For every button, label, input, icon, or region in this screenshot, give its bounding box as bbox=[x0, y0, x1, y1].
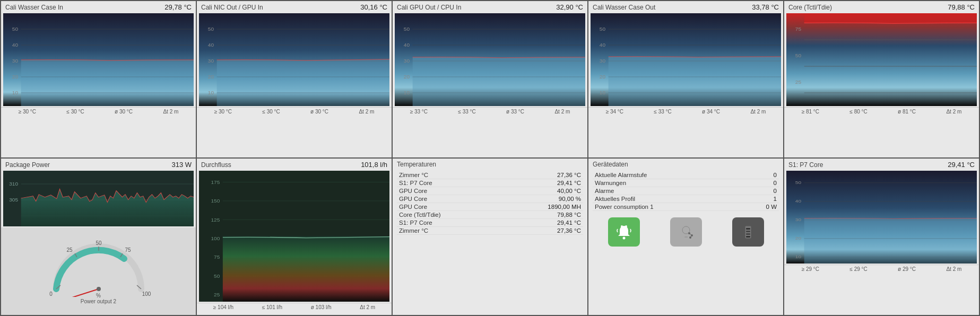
footer-delta: Δt 2 m bbox=[946, 109, 961, 115]
footer-avg: ø 81 °C bbox=[898, 109, 916, 115]
panel-package-power: Package Power 313 W 310 305 bbox=[1, 159, 196, 315]
chart-footer: ≥ 104 l/h ≤ 101 l/h ø 103 l/h Δt 2 m bbox=[197, 303, 392, 311]
temp-value: 40,00 °C bbox=[499, 187, 583, 195]
temp-label: Zimmer °C bbox=[397, 171, 499, 179]
svg-text:50: 50 bbox=[208, 27, 214, 32]
svg-rect-100 bbox=[746, 228, 750, 230]
temp-label: Zimmer °C bbox=[397, 227, 499, 235]
svg-line-97 bbox=[689, 233, 692, 235]
footer-min: ≥ 30 °C bbox=[214, 109, 232, 115]
svg-text:305: 305 bbox=[9, 197, 18, 203]
svg-text:20: 20 bbox=[404, 74, 410, 80]
chart-area: 50 40 30 20 10 bbox=[3, 13, 194, 106]
temp-row: Zimmer °C27,36 °C bbox=[397, 171, 583, 179]
geraete-label: Power consumption 1 bbox=[593, 203, 743, 211]
alarm-button[interactable] bbox=[608, 217, 640, 247]
temp-value: 79,88 °C bbox=[499, 211, 583, 219]
footer-min: ≥ 104 l/h bbox=[213, 304, 233, 310]
geraete-label: Aktuelles Profil bbox=[593, 195, 743, 203]
package-power-section: Package Power 313 W 310 305 bbox=[1, 159, 196, 227]
geraete-row: Alarme0 bbox=[593, 187, 779, 195]
temp-label: GPU Core bbox=[397, 195, 499, 203]
svg-point-86 bbox=[621, 225, 623, 227]
panel-temperaturen: Temperaturen Zimmer °C27,36 °CS1: P7 Cor… bbox=[393, 159, 587, 315]
panel-core-tctl: Core (Tctl/Tdie) 79,88 °C bbox=[784, 1, 979, 157]
svg-text:50: 50 bbox=[404, 27, 410, 32]
temp-value: 27,36 °C bbox=[499, 171, 583, 179]
temp-chart-svg: 50 40 30 20 10 bbox=[3, 13, 194, 106]
geraete-row: Power consumption 10 W bbox=[593, 203, 779, 211]
panel-value: 29,78 °C bbox=[164, 3, 192, 11]
geraete-row: Aktuelle Alarmstufe0 bbox=[593, 171, 779, 179]
svg-text:75: 75 bbox=[125, 247, 131, 253]
chart-footer: ≥ 33 °C ≤ 33 °C ø 33 °C Δt 2 m bbox=[393, 107, 587, 116]
temp-row: S1: P7 Core29,41 °C bbox=[397, 219, 583, 227]
svg-text:25: 25 bbox=[795, 80, 801, 85]
svg-rect-84 bbox=[223, 236, 389, 302]
temp-value: 29,41 °C bbox=[499, 219, 583, 227]
svg-text:75: 75 bbox=[214, 254, 220, 260]
svg-point-87 bbox=[625, 225, 627, 227]
chart-area: 175 150 125 100 75 50 25 bbox=[199, 171, 389, 302]
footer-min: ≥ 29 °C bbox=[802, 266, 819, 272]
temp-chart-svg: 50 40 30 20 10 bbox=[395, 13, 585, 106]
svg-point-68 bbox=[97, 287, 101, 291]
bulb-button[interactable] bbox=[670, 217, 702, 247]
panel-durchfluss: Durchfluss 101,8 l/h bbox=[197, 159, 392, 315]
svg-text:10: 10 bbox=[795, 255, 801, 259]
temp-row: S1: P7 Core29,41 °C bbox=[397, 179, 583, 187]
storage-button[interactable] bbox=[732, 217, 764, 247]
temp-row: GPU Core1890,00 MH bbox=[397, 203, 583, 211]
geraete-value: 0 bbox=[743, 171, 779, 179]
footer-min: ≥ 81 °C bbox=[802, 109, 819, 115]
chart-footer: ≥ 30 °C ≤ 30 °C ø 30 °C Δt 2 m bbox=[197, 107, 392, 116]
temp-value: 1890,00 MH bbox=[499, 203, 583, 211]
panel-title: Package Power bbox=[5, 161, 50, 169]
panel-title: Cali NIC Out / GPU In bbox=[201, 4, 263, 11]
svg-text:10: 10 bbox=[404, 90, 410, 95]
panel-cali-gpu-out: Cali GPU Out / CPU In 32,90 °C bbox=[393, 1, 587, 157]
svg-rect-89 bbox=[684, 234, 688, 236]
temp-row: Zimmer °C27,36 °C bbox=[397, 227, 583, 235]
svg-text:10: 10 bbox=[208, 90, 214, 95]
chart-footer: ≥ 34 °C ≤ 33 °C ø 34 °C Δt 2 m bbox=[588, 107, 783, 116]
svg-rect-101 bbox=[746, 231, 750, 232]
gauge-unit: % bbox=[96, 293, 101, 299]
svg-text:20: 20 bbox=[12, 74, 18, 80]
svg-text:40: 40 bbox=[404, 42, 410, 48]
svg-rect-102 bbox=[746, 233, 750, 235]
geraete-label: Alarme bbox=[593, 187, 743, 195]
footer-delta: Δt 2 m bbox=[359, 109, 374, 115]
gauge-svg: 0 25 50 75 100 bbox=[46, 239, 152, 297]
panel-cali-wasser-out: Cali Wasser Case Out 33,78 °C bbox=[588, 1, 783, 157]
footer-max: ≤ 80 °C bbox=[849, 109, 867, 115]
panel-title: S1: P7 Core bbox=[788, 161, 823, 169]
svg-rect-44 bbox=[786, 13, 977, 106]
panel-value: 33,78 °C bbox=[752, 3, 779, 11]
geraete-value: 0 bbox=[743, 179, 779, 187]
footer-delta: Δt 2 m bbox=[360, 304, 375, 310]
temp-label: S1: P7 Core bbox=[397, 219, 499, 227]
svg-text:30: 30 bbox=[795, 218, 801, 222]
temp-row: Core (Tctl/Tdie)79,88 °C bbox=[397, 211, 583, 219]
footer-avg: ø 30 °C bbox=[115, 109, 133, 115]
svg-text:100: 100 bbox=[142, 291, 151, 297]
svg-text:20: 20 bbox=[600, 74, 605, 80]
svg-text:30: 30 bbox=[600, 58, 605, 64]
geraete-value: 1 bbox=[743, 195, 779, 203]
svg-rect-103 bbox=[746, 236, 750, 238]
panel-value: 313 W bbox=[171, 161, 192, 169]
panel-title: Core (Tctl/Tdie) bbox=[788, 4, 832, 11]
svg-text:40: 40 bbox=[600, 42, 605, 48]
panel-value: 32,90 °C bbox=[556, 3, 583, 11]
panel-cali-wasser-in: Cali Wasser Case In 29,78 °C bbox=[1, 1, 196, 157]
geraete-row: Aktuelles Profil1 bbox=[593, 195, 779, 203]
temp-label: GPU Core bbox=[397, 187, 499, 195]
svg-text:50: 50 bbox=[214, 273, 220, 279]
svg-text:30: 30 bbox=[208, 58, 214, 64]
gauge-title: Power output 2 bbox=[81, 299, 116, 304]
chart-footer: ≥ 81 °C ≤ 80 °C ø 81 °C Δt 2 m bbox=[784, 107, 979, 116]
chart-area: 50 40 30 20 10 bbox=[786, 171, 977, 264]
chart-footer: ≥ 30 °C ≤ 30 °C ø 30 °C Δt 2 m bbox=[1, 107, 196, 116]
s1-chart-svg: 50 40 30 20 10 bbox=[786, 171, 977, 264]
